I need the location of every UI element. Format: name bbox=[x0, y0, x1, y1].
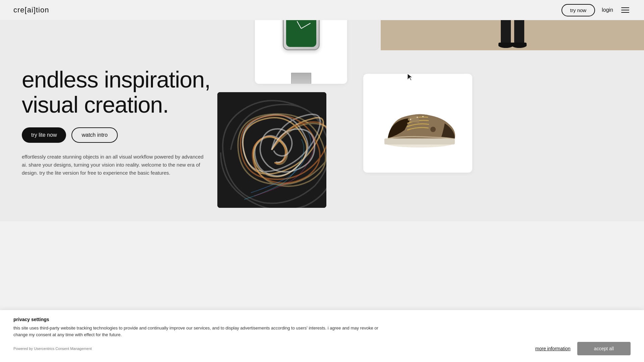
hero-title-line2: visual creation. bbox=[22, 92, 169, 117]
logo: cre[ai]tion bbox=[13, 6, 49, 14]
abstract-card bbox=[217, 92, 326, 208]
more-information-button[interactable]: more information bbox=[535, 346, 571, 351]
sneaker-svg bbox=[371, 93, 465, 154]
hero-section: endless inspiration, visual creation. tr… bbox=[22, 67, 210, 177]
hamburger-line-1 bbox=[621, 7, 629, 8]
try-lite-now-button[interactable]: try lite now bbox=[22, 127, 66, 143]
nav-right: try now login bbox=[561, 4, 631, 16]
hero-title: endless inspiration, visual creation. bbox=[22, 67, 210, 117]
navbar: cre[ai]tion try now login bbox=[0, 0, 644, 20]
privacy-banner: privacy settings this site uses third-pa… bbox=[0, 310, 644, 362]
watch-minute-hand bbox=[301, 23, 310, 28]
try-now-button[interactable]: try now bbox=[561, 4, 595, 16]
svg-point-11 bbox=[410, 119, 411, 120]
privacy-actions: Powered by Usercentrics Consent Manageme… bbox=[13, 342, 631, 355]
sneaker-card bbox=[363, 74, 472, 173]
privacy-title: privacy settings bbox=[13, 317, 631, 322]
logo-text: cre[ai]tion bbox=[13, 6, 49, 14]
hamburger-line-2 bbox=[621, 10, 629, 10]
privacy-powered-by: Powered by Usercentrics Consent Manageme… bbox=[13, 347, 92, 351]
svg-rect-6 bbox=[512, 43, 527, 47]
svg-point-13 bbox=[422, 116, 424, 117]
privacy-body-text: this site uses third-party website track… bbox=[13, 325, 382, 338]
main-content: endless inspiration, visual creation. tr… bbox=[0, 0, 644, 221]
svg-rect-2 bbox=[514, 17, 524, 44]
svg-point-10 bbox=[430, 127, 436, 132]
accept-all-button[interactable]: accept all bbox=[577, 342, 631, 355]
svg-rect-1 bbox=[501, 17, 511, 44]
hero-buttons: try lite now watch intro bbox=[22, 127, 210, 143]
svg-point-12 bbox=[417, 117, 418, 118]
watch-strap-bottom bbox=[291, 73, 311, 84]
watch-hour-hand bbox=[297, 21, 301, 29]
login-button[interactable]: login bbox=[602, 7, 613, 13]
watch-intro-button[interactable]: watch intro bbox=[71, 127, 117, 143]
hamburger-line-3 bbox=[621, 12, 629, 13]
abstract-swirl bbox=[217, 92, 326, 208]
svg-rect-5 bbox=[498, 43, 513, 47]
hero-description: effortlessly create stunning objects in … bbox=[22, 153, 210, 177]
hamburger-menu-button[interactable] bbox=[620, 6, 631, 14]
hero-title-line1: endless inspiration, bbox=[22, 67, 210, 92]
svg-rect-9 bbox=[384, 138, 455, 144]
privacy-buttons: more information accept all bbox=[535, 342, 631, 355]
swirl-svg bbox=[217, 92, 326, 208]
